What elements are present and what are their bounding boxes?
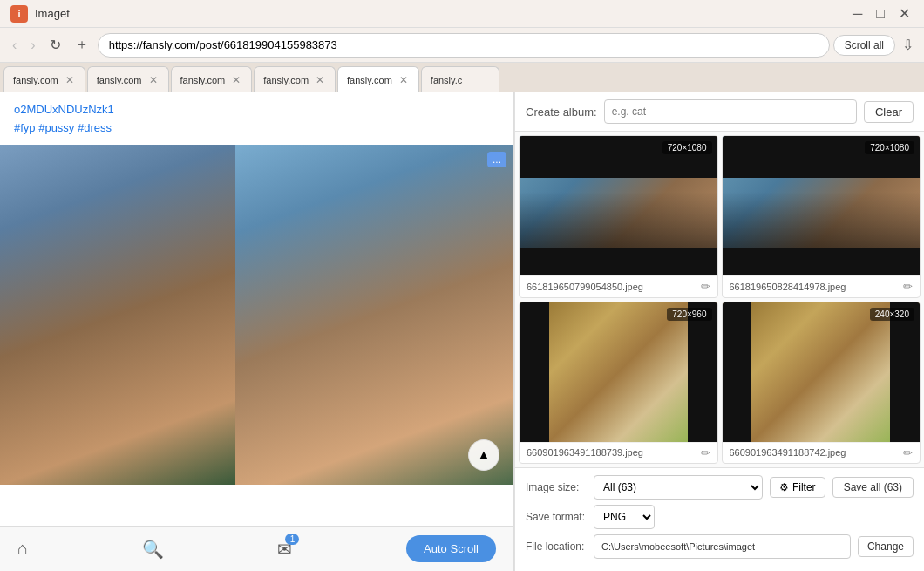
images-grid: ... ▲ [0, 145, 513, 485]
post-tags: #fyp #pussy #dress [14, 121, 499, 134]
edit-icon-3[interactable]: ✏ [701, 446, 710, 459]
tab-2[interactable]: fansly.com ✕ [87, 66, 169, 92]
post-header: o2MDUxNDUzNzk1 #fyp #pussy #dress [0, 92, 513, 145]
app-icon: i [10, 5, 28, 23]
image-filename-1: 661819650799054850.jpeg [527, 282, 701, 292]
close-button[interactable]: ✕ [895, 3, 914, 24]
album-input[interactable] [604, 99, 857, 124]
tabs-bar: fansly.com ✕ fansly.com ✕ fansly.com ✕ f… [0, 63, 924, 92]
title-bar: i Imaget ─ □ ✕ [0, 0, 924, 28]
image-info-3: 660901963491188739.jpeg ✏ [520, 442, 717, 463]
browser-panel: o2MDUxNDUzNzk1 #fyp #pussy #dress ... ▲ … [0, 92, 514, 571]
sidebar-header: Create album: Clear [515, 92, 924, 132]
image-filename-2: 661819650828414978.jpeg [730, 282, 904, 292]
image-info-4: 660901963491188742.jpeg ✏ [723, 442, 921, 463]
create-album-label: Create album: [526, 105, 597, 119]
minimize-button[interactable]: ─ [849, 3, 866, 24]
tab-6[interactable]: fansly.c [421, 66, 499, 92]
toolbar: ‹ › ↻ ＋ Scroll all ⇩ [0, 28, 924, 63]
browser-image-left [0, 145, 235, 485]
tab-5-label: fansly.com [347, 75, 392, 85]
save-format-row: Save format: PNG JPEG WEBP [526, 505, 914, 529]
url-bar[interactable] [98, 33, 830, 58]
image-card-1: 720×1080 661819650799054850.jpeg ✏ Save [519, 135, 718, 298]
sidebar-footer: Image size: All (63) Large Medium Small … [515, 467, 924, 571]
change-button[interactable]: Change [858, 536, 914, 557]
tab-2-close[interactable]: ✕ [147, 74, 160, 86]
home-button[interactable]: ⌂ [17, 539, 28, 559]
image-info-2: 661819650828414978.jpeg ✏ [723, 275, 921, 296]
back-button[interactable]: ‹ [7, 34, 22, 57]
image-filename-4: 660901963491188742.jpeg [730, 447, 904, 458]
scroll-up-button[interactable]: ▲ [468, 439, 499, 471]
image-thumb-3: 720×960 [520, 302, 717, 442]
image-size-select[interactable]: All (63) Large Medium Small [594, 475, 763, 500]
window-controls: ─ □ ✕ [849, 3, 914, 24]
tab-1-label: fansly.com [13, 75, 58, 85]
mail-badge-count: 1 [285, 534, 299, 545]
tab-4-close[interactable]: ✕ [314, 74, 326, 86]
sidebar-images-grid: 720×1080 661819650799054850.jpeg ✏ Save … [515, 132, 924, 467]
app-title: Imaget [35, 7, 70, 20]
sidebar: Create album: Clear 720×1080 66181965079… [514, 92, 924, 571]
image-card-2: 720×1080 661819650828414978.jpeg ✏ Save [722, 135, 921, 298]
tab-3-label: fansly.com [180, 75, 226, 85]
save-all-button[interactable]: Save all (63) [832, 477, 914, 498]
browser-image-right: ... ▲ [235, 145, 513, 485]
filter-icon: ⚙ [779, 481, 789, 493]
search-button[interactable]: 🔍 [142, 539, 164, 560]
tab-3[interactable]: fansly.com ✕ [171, 66, 253, 92]
image-card-4: 240×320 660901963491188742.jpeg ✏ Save [722, 302, 921, 465]
edit-icon-1[interactable]: ✏ [701, 280, 710, 293]
save-format-label: Save format: [526, 511, 587, 523]
reload-button[interactable]: ↻ [44, 33, 66, 57]
image-dims-2: 720×1080 [865, 141, 914, 154]
clear-button[interactable]: Clear [864, 101, 914, 123]
format-select[interactable]: PNG JPEG WEBP [594, 505, 655, 529]
tab-1-close[interactable]: ✕ [64, 74, 76, 86]
image-thumb-2: 720×1080 [723, 136, 921, 275]
tab-4[interactable]: fansly.com ✕ [254, 66, 336, 92]
forward-button[interactable]: › [25, 34, 40, 57]
tab-3-close[interactable]: ✕ [230, 74, 242, 86]
edit-icon-4[interactable]: ✏ [903, 446, 913, 459]
tab-1[interactable]: fansly.com ✕ [3, 66, 85, 92]
filter-button[interactable]: ⚙ Filter [770, 477, 825, 498]
filter-label: Filter [792, 481, 816, 493]
maximize-button[interactable]: □ [873, 3, 888, 24]
image-info-1: 661819650799054850.jpeg ✏ [520, 275, 717, 296]
image-dots-menu[interactable]: ... [487, 152, 506, 167]
tab-2-label: fansly.com [97, 75, 142, 85]
bookmark-button[interactable]: ⇩ [899, 33, 917, 57]
auto-scroll-button[interactable]: Auto Scroll [406, 535, 496, 562]
image-card-3: 720×960 660901963491188739.jpeg ✏ Save [519, 302, 718, 465]
new-tab-button[interactable]: ＋ [70, 32, 94, 58]
tab-5[interactable]: fansly.com ✕ [337, 66, 419, 92]
title-bar-left: i Imaget [10, 5, 70, 23]
image-filename-3: 660901963491188739.jpeg [527, 447, 701, 458]
bottom-bar: ⌂ 🔍 ✉ 1 Auto Scroll [0, 526, 513, 571]
file-location-label: File location: [526, 540, 587, 553]
scroll-all-button[interactable]: Scroll all [833, 35, 895, 56]
file-location-input[interactable] [594, 534, 851, 559]
image-thumb-1: 720×1080 [520, 136, 717, 275]
image-thumb-4: 240×320 [723, 302, 921, 442]
tab-4-label: fansly.com [263, 75, 309, 85]
image-dims-1: 720×1080 [662, 141, 712, 154]
image-dims-4: 240×320 [870, 308, 914, 321]
image-size-label: Image size: [526, 481, 587, 493]
tab-5-close[interactable]: ✕ [397, 74, 410, 86]
mail-badge-container: ✉ 1 [277, 539, 292, 560]
tab-6-label: fansly.c [431, 75, 490, 85]
image-dims-3: 720×960 [667, 308, 711, 321]
image-size-row: Image size: All (63) Large Medium Small … [526, 475, 914, 500]
main-content: o2MDUxNDUzNzk1 #fyp #pussy #dress ... ▲ … [0, 92, 924, 571]
post-link[interactable]: o2MDUxNDUzNzk1 [14, 103, 499, 116]
edit-icon-2[interactable]: ✏ [903, 280, 913, 293]
file-location-row: File location: Change [526, 534, 914, 559]
